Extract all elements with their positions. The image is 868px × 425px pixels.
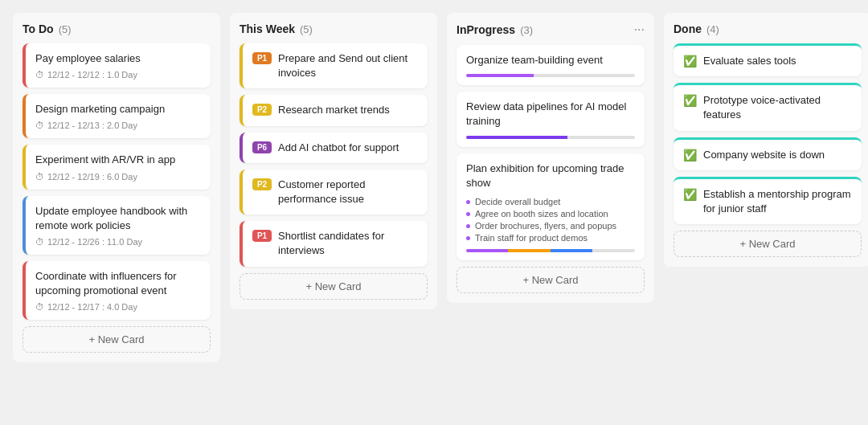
ip-card-2-progress bbox=[466, 136, 635, 139]
tw-card-4-badge: P2 bbox=[252, 178, 272, 190]
column-todo-title: To Do bbox=[23, 22, 54, 35]
clock-icon-2: ⏱ bbox=[35, 121, 44, 130]
clock-icon-4: ⏱ bbox=[35, 237, 44, 247]
column-inprogress-header: InProgress (3) ··· bbox=[457, 22, 645, 37]
todo-card-3-meta: ⏱ 12/12 - 12/19 : 6.0 Day bbox=[35, 172, 201, 182]
check-icon-2: ✅ bbox=[683, 94, 697, 107]
ip-card-1[interactable]: Organize team-building event bbox=[457, 45, 645, 85]
column-todo-header: To Do (5) bbox=[23, 22, 211, 35]
kanban-board: To Do (5) Pay employee salaries ⏱ 12/12 … bbox=[0, 0, 868, 375]
column-inprogress-title: InProgress bbox=[457, 23, 515, 36]
todo-card-1[interactable]: Pay employee salaries ⏱ 12/12 - 12/12 : … bbox=[23, 43, 211, 88]
tw-card-5-title: Shortlist candidates for interviews bbox=[278, 229, 418, 258]
clock-icon-3: ⏱ bbox=[35, 172, 44, 182]
thisweek-new-card-button[interactable]: + New Card bbox=[240, 273, 428, 300]
tw-card-2-title: Research market trends bbox=[278, 103, 390, 117]
tw-card-4[interactable]: P2 Customer reported performance issue bbox=[240, 170, 428, 215]
todo-card-5-title: Coordinate with influencers for upcoming… bbox=[35, 269, 201, 298]
done-card-2-header: ✅ Prototype voice-activated features bbox=[683, 93, 852, 122]
column-todo: To Do (5) Pay employee salaries ⏱ 12/12 … bbox=[13, 13, 220, 362]
tw-card-5-header: P1 Shortlist candidates for interviews bbox=[252, 229, 418, 258]
done-card-3[interactable]: ✅ Company website is down bbox=[674, 137, 862, 170]
todo-card-5-meta: ⏱ 12/12 - 12/17 : 4.0 Day bbox=[35, 302, 201, 312]
done-card-1-title: Evaluate sales tools bbox=[703, 54, 796, 68]
clock-icon: ⏱ bbox=[35, 70, 44, 80]
todo-card-3[interactable]: Experiment with AR/VR in app ⏱ 12/12 - 1… bbox=[23, 145, 211, 189]
ip-card-1-title: Organize team-building event bbox=[466, 53, 635, 67]
bullet-dot-4 bbox=[466, 236, 470, 240]
bullet-dot-3 bbox=[466, 224, 470, 228]
tw-card-3-badge: P6 bbox=[252, 141, 272, 153]
column-done-count: (4) bbox=[706, 23, 719, 35]
todo-card-5[interactable]: Coordinate with influencers for upcoming… bbox=[23, 261, 211, 320]
ip-card-3-title: Plan exhibition for upcoming trade show bbox=[466, 161, 635, 190]
check-icon-4: ✅ bbox=[683, 188, 697, 201]
todo-card-4[interactable]: Update employee handbook with remote wor… bbox=[23, 196, 211, 255]
done-card-1[interactable]: ✅ Evaluate sales tools bbox=[674, 43, 862, 76]
tw-card-3-title: Add AI chatbot for support bbox=[278, 141, 399, 155]
todo-new-card-button[interactable]: + New Card bbox=[23, 326, 211, 353]
done-new-card-button[interactable]: + New Card bbox=[674, 231, 862, 257]
tw-card-1-title: Prepare and Send out client invoices bbox=[278, 51, 418, 80]
ip-card-1-progress bbox=[466, 74, 635, 77]
todo-card-2[interactable]: Design marketing campaign ⏱ 12/12 - 12/1… bbox=[23, 94, 211, 138]
todo-card-3-title: Experiment with AR/VR in app bbox=[35, 153, 201, 167]
tw-card-4-title: Customer reported performance issue bbox=[278, 178, 418, 206]
tw-card-1[interactable]: P1 Prepare and Send out client invoices bbox=[240, 43, 428, 88]
todo-card-4-meta: ⏱ 12/12 - 12/26 : 11.0 Day bbox=[35, 237, 201, 247]
bullet-item-2: Agree on booth sizes and location bbox=[466, 209, 635, 219]
column-menu-icon[interactable]: ··· bbox=[634, 22, 645, 37]
column-thisweek: This Week (5) P1 Prepare and Send out cl… bbox=[230, 13, 437, 309]
ip-card-2[interactable]: Review data pipelines for AI model train… bbox=[457, 92, 645, 146]
column-done-header: Done (4) bbox=[674, 22, 862, 35]
todo-card-2-meta: ⏱ 12/12 - 12/13 : 2.0 Day bbox=[35, 121, 201, 130]
check-icon-1: ✅ bbox=[683, 55, 697, 67]
column-thisweek-title: This Week bbox=[240, 22, 295, 35]
tw-card-5[interactable]: P1 Shortlist candidates for interviews bbox=[240, 221, 428, 266]
todo-card-2-title: Design marketing campaign bbox=[35, 102, 201, 116]
tw-card-2[interactable]: P2 Research market trends bbox=[240, 95, 428, 125]
ip-card-3[interactable]: Plan exhibition for upcoming trade show … bbox=[457, 153, 645, 260]
tw-card-5-badge: P1 bbox=[252, 230, 272, 242]
done-card-2-title: Prototype voice-activated features bbox=[703, 93, 852, 122]
done-card-3-header: ✅ Company website is down bbox=[683, 148, 852, 162]
ip-card-2-title: Review data pipelines for AI model train… bbox=[466, 100, 635, 129]
bullet-dot-1 bbox=[466, 200, 470, 204]
tw-card-2-header: P2 Research market trends bbox=[252, 103, 418, 117]
bullet-item-4: Train staff for product demos bbox=[466, 233, 635, 243]
bullet-item-1: Decide overall budget bbox=[466, 197, 635, 206]
check-icon-3: ✅ bbox=[683, 149, 697, 161]
column-inprogress: InProgress (3) ··· Organize team-buildin… bbox=[447, 13, 654, 303]
tw-card-1-badge: P1 bbox=[252, 52, 272, 64]
column-done-title: Done bbox=[674, 22, 702, 35]
clock-icon-5: ⏱ bbox=[35, 302, 44, 312]
tw-card-3-header: P6 Add AI chatbot for support bbox=[252, 141, 418, 155]
column-thisweek-header: This Week (5) bbox=[240, 22, 428, 35]
bullet-item-3: Order brochures, flyers, and popups bbox=[466, 221, 635, 231]
done-card-4[interactable]: ✅ Establish a mentorship program for jun… bbox=[674, 177, 862, 224]
done-card-3-title: Company website is down bbox=[703, 148, 825, 162]
ip-card-3-bullets: Decide overall budget Agree on booth siz… bbox=[466, 197, 635, 243]
todo-card-4-title: Update employee handbook with remote wor… bbox=[35, 204, 201, 233]
column-done: Done (4) ✅ Evaluate sales tools ✅ Protot… bbox=[664, 13, 868, 267]
tw-card-2-badge: P2 bbox=[252, 104, 272, 116]
ip-card-3-progress bbox=[466, 249, 635, 252]
tw-card-4-header: P2 Customer reported performance issue bbox=[252, 178, 418, 206]
done-card-4-header: ✅ Establish a mentorship program for jun… bbox=[683, 187, 852, 216]
tw-card-1-header: P1 Prepare and Send out client invoices bbox=[252, 51, 418, 80]
todo-card-1-title: Pay employee salaries bbox=[35, 51, 201, 66]
column-todo-count: (5) bbox=[59, 23, 72, 35]
todo-card-1-meta: ⏱ 12/12 - 12/12 : 1.0 Day bbox=[35, 70, 201, 80]
tw-card-3[interactable]: P6 Add AI chatbot for support bbox=[240, 133, 428, 163]
done-card-1-header: ✅ Evaluate sales tools bbox=[683, 54, 852, 68]
bullet-dot-2 bbox=[466, 212, 470, 216]
done-card-4-title: Establish a mentorship program for junio… bbox=[703, 187, 852, 216]
done-card-2[interactable]: ✅ Prototype voice-activated features bbox=[674, 83, 862, 130]
column-thisweek-count: (5) bbox=[300, 23, 313, 35]
inprogress-new-card-button[interactable]: + New Card bbox=[457, 267, 645, 293]
column-inprogress-count: (3) bbox=[520, 24, 533, 36]
